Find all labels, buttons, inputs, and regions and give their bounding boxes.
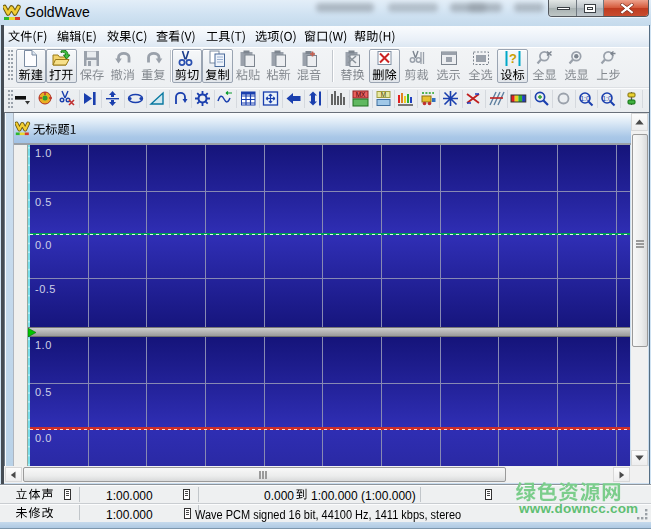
svg-text:M: M [381, 91, 386, 98]
svg-text:1:0: 1:0 [602, 95, 612, 102]
svg-text:?: ? [509, 51, 517, 66]
svg-text:1:0: 1:0 [580, 95, 590, 102]
svg-text:MX: MX [356, 91, 366, 98]
